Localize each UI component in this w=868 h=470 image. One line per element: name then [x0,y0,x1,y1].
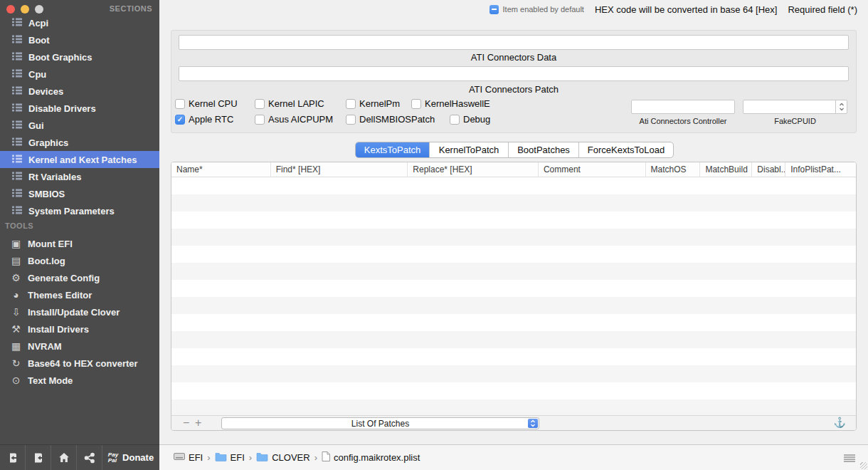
sidebar-tool-themes-editor[interactable]: ◕Themes Editor [0,286,159,303]
resize-grip[interactable] [860,462,867,469]
table-row[interactable] [171,229,856,246]
menu-icon[interactable] [844,454,855,462]
home-button[interactable] [51,445,77,470]
table-row[interactable] [171,365,856,382]
close-window-button[interactable] [6,5,15,14]
breadcrumb-item-config-maikrotex-plist[interactable]: config.maikrotex.plist [322,451,420,464]
checkbox-kernelhaswelle[interactable]: KernelHaswellE [411,98,490,109]
zoom-window-button[interactable] [35,5,43,14]
sidebar-tool-nvram[interactable]: ▦NVRAM [0,338,159,355]
dropdown-stepper-icon [528,419,538,428]
export-config-button[interactable] [26,445,51,470]
sidebar-item-cpu[interactable]: Cpu [0,66,159,83]
tab-kerneltopatch[interactable]: KernelToPatch [430,142,509,157]
sidebar-tool-mount-efi[interactable]: ▣Mount EFI [0,235,159,252]
breadcrumb-item-efi[interactable]: EFI [215,452,245,464]
main-content: Item enabled by default HEX code will be… [159,0,868,470]
fakecpuid-stepper[interactable] [835,100,847,113]
share-button[interactable] [77,445,102,470]
table-row[interactable] [171,280,856,297]
ati-connectors-patch-input[interactable] [179,66,849,81]
list-of-patches-dropdown[interactable]: List Of Patches [221,417,539,429]
table-row[interactable] [171,331,856,348]
anchor-icon[interactable]: ⚓ [834,417,846,428]
install-drivers-icon: ⚒ [9,323,23,335]
minimize-window-button[interactable] [21,5,29,14]
sidebar-item-system-parameters[interactable]: System Parameters [0,202,159,219]
column-header-replace-hex[interactable]: Replace* [HEX] [408,162,539,177]
tool-label: Generate Config [28,273,100,283]
column-header-infoplistpat[interactable]: InfoPlistPat... [785,162,856,177]
sidebar-item-rt-variables[interactable]: Rt Variables [0,168,159,185]
checkbox-dellsmbiospatch[interactable]: DellSMBIOSPatch [346,114,435,125]
checkbox-apple-rtc[interactable]: ✓Apple RTC [175,114,233,125]
sidebar-item-devices[interactable]: Devices [0,83,159,100]
breadcrumb-item-clover[interactable]: CLOVER [256,452,309,464]
sidebar-item-boot-graphics[interactable]: Boot Graphics [0,48,159,66]
checkbox-kernel-cpu[interactable]: Kernel CPU [175,98,238,109]
sidebar-item-graphics[interactable]: Graphics [0,134,159,151]
remove-row-button[interactable]: − [183,416,189,430]
sidebar-item-acpi[interactable]: Acpi [0,14,159,31]
breadcrumb-label: CLOVER [272,452,309,463]
checkbox-kernel-lapic[interactable]: Kernel LAPIC [255,98,324,109]
checkbox-box[interactable]: ✓ [175,115,185,125]
table-row[interactable] [171,263,856,280]
breadcrumb-item-efi[interactable]: EFI [174,451,203,464]
table-row[interactable] [171,212,856,229]
ati-connectors-data-input[interactable] [179,35,849,50]
add-row-button[interactable]: + [195,416,201,430]
tab-bootpatches[interactable]: BootPatches [509,142,579,157]
checkbox-box[interactable] [346,99,356,109]
sidebar-tool-boot-log[interactable]: ▤Boot.log [0,252,159,269]
sidebar-tool-base64-to-hex-converter[interactable]: ↻Base64 to HEX converter [0,355,159,372]
checkbox-box[interactable] [346,115,356,125]
table-body [171,177,856,417]
checkbox-box[interactable] [175,99,185,109]
tool-label: Mount EFI [28,239,73,249]
sidebar-item-gui[interactable]: Gui [0,117,159,134]
table-row[interactable] [171,348,856,365]
column-header-disabl[interactable]: Disabl... [752,162,785,177]
column-header-comment[interactable]: Comment [539,162,646,177]
checkbox-kernelpm[interactable]: KernelPm [346,98,400,109]
column-header-matchbuild[interactable]: MatchBuild [700,162,752,177]
table-row[interactable] [171,177,856,194]
checkbox-box[interactable] [255,99,265,109]
table-row[interactable] [171,314,856,331]
checkbox-debug[interactable]: Debug [450,114,490,125]
table-row[interactable] [171,246,856,263]
list-icon [12,206,22,216]
tool-label: NVRAM [28,341,62,352]
sidebar-item-kernel-and-kext-patches[interactable]: Kernel and Kext Patches [0,151,159,168]
tab-forcekextstoload[interactable]: ForceKextsToLoad [579,142,673,157]
table-row[interactable] [171,297,856,314]
column-header-matchos[interactable]: MatchOS [646,162,701,177]
sidebar-item-smbios[interactable]: SMBIOS [0,185,159,202]
table-row[interactable] [171,194,856,212]
checkbox-box[interactable] [255,115,265,125]
sidebar-tool-install-update-clover[interactable]: ⇩Install/Update Clover [0,303,159,320]
sidebar-tool-generate-config[interactable]: ⚙Generate Config [0,269,159,286]
column-header-name[interactable]: Name* [171,162,271,177]
sidebar-item-label: Kernel and Kext Patches [28,155,137,165]
sidebar-item-label: System Parameters [28,206,115,216]
ati-connectors-controller-input[interactable] [631,100,735,114]
fakecpuid-input[interactable] [743,100,847,114]
column-header-find-hex[interactable]: Find* [HEX] [271,162,408,177]
table-row[interactable] [171,382,856,400]
patch-tabs: KextsToPatchKernelToPatchBootPatchesForc… [355,142,674,158]
sidebar-item-label: Disable Drivers [28,103,96,114]
checkbox-box[interactable] [450,115,460,125]
sidebar-item-boot[interactable]: Boot [0,31,159,48]
sidebar-tool-install-drivers[interactable]: ⚒Install Drivers [0,320,159,338]
table-row[interactable] [171,400,856,417]
sidebar-item-disable-drivers[interactable]: Disable Drivers [0,100,159,117]
donate-button[interactable]: Pay Pal Donate [102,445,159,470]
import-config-button[interactable] [0,445,26,470]
tab-kextstopatch[interactable]: KextsToPatch [356,142,430,157]
tool-label: Install Drivers [28,324,89,335]
checkbox-asus-aicpupm[interactable]: Asus AICPUPM [255,114,333,125]
checkbox-box[interactable] [411,99,421,109]
sidebar-tool-text-mode[interactable]: ⊙Text Mode [0,372,159,389]
